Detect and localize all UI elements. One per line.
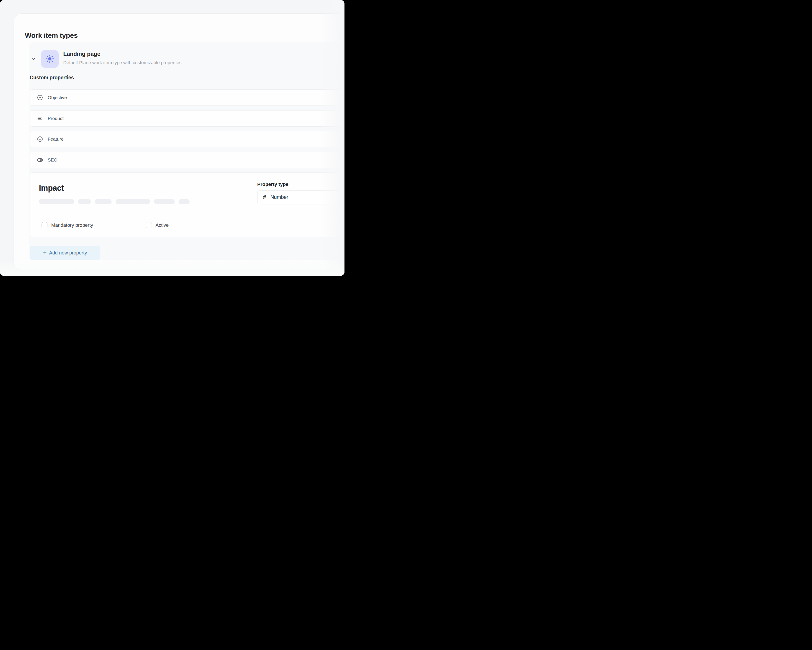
page-title: Work item types bbox=[25, 31, 78, 40]
circle-chevron-down-icon bbox=[37, 95, 43, 101]
property-row-label: Product bbox=[48, 116, 64, 121]
circle-chevron-down-icon bbox=[37, 136, 43, 142]
mandatory-property-checkbox[interactable] bbox=[41, 222, 47, 228]
work-item-type-name: Landing page bbox=[63, 50, 101, 57]
property-row-label: SEO bbox=[48, 158, 57, 163]
property-row-label: Objective bbox=[48, 95, 67, 100]
chevron-down-icon[interactable] bbox=[31, 56, 36, 62]
skeleton-bar bbox=[154, 199, 175, 204]
active-checkbox[interactable] bbox=[146, 222, 152, 228]
hash-icon: # bbox=[263, 194, 266, 200]
mandatory-property-label: Mandatory property bbox=[51, 222, 93, 228]
align-left-icon bbox=[37, 116, 43, 121]
property-row-seo[interactable]: SEO bbox=[30, 152, 345, 168]
skeleton-bar bbox=[78, 199, 91, 204]
custom-properties-heading: Custom properties bbox=[30, 75, 74, 81]
property-row-objective[interactable]: Objective bbox=[30, 89, 345, 106]
skeleton-bar bbox=[39, 199, 74, 204]
property-type-label: Property type bbox=[257, 182, 288, 187]
property-type-select[interactable]: # Number bbox=[257, 190, 345, 204]
property-name: Impact bbox=[39, 184, 64, 193]
property-row-product[interactable]: Product bbox=[30, 110, 345, 127]
property-options-row: Mandatory property Active bbox=[41, 222, 169, 228]
property-row-label: Feature bbox=[48, 136, 64, 142]
work-item-type-icon-tile bbox=[41, 50, 59, 68]
skeleton-bar bbox=[95, 199, 111, 204]
work-item-type-description: Default Plane work item type with custom… bbox=[63, 60, 182, 65]
add-new-property-button[interactable]: + Add new property bbox=[30, 246, 101, 260]
skeleton-bar bbox=[179, 199, 189, 204]
screenshot-stage: Work item types Landing page Default Pla… bbox=[0, 0, 345, 276]
editor-horizontal-divider bbox=[30, 213, 345, 213]
property-type-value: Number bbox=[270, 194, 288, 200]
property-row-feature[interactable]: Feature bbox=[30, 131, 345, 147]
toggle-icon bbox=[37, 157, 43, 163]
active-label: Active bbox=[156, 222, 169, 228]
skeleton-bar bbox=[116, 199, 150, 204]
add-new-property-label: Add new property bbox=[49, 250, 87, 256]
skeleton-bars bbox=[39, 199, 189, 204]
property-editor-panel: Impact Property type # Number Mandatory … bbox=[30, 173, 345, 237]
plus-icon: + bbox=[43, 249, 47, 256]
sun-icon bbox=[46, 55, 54, 63]
